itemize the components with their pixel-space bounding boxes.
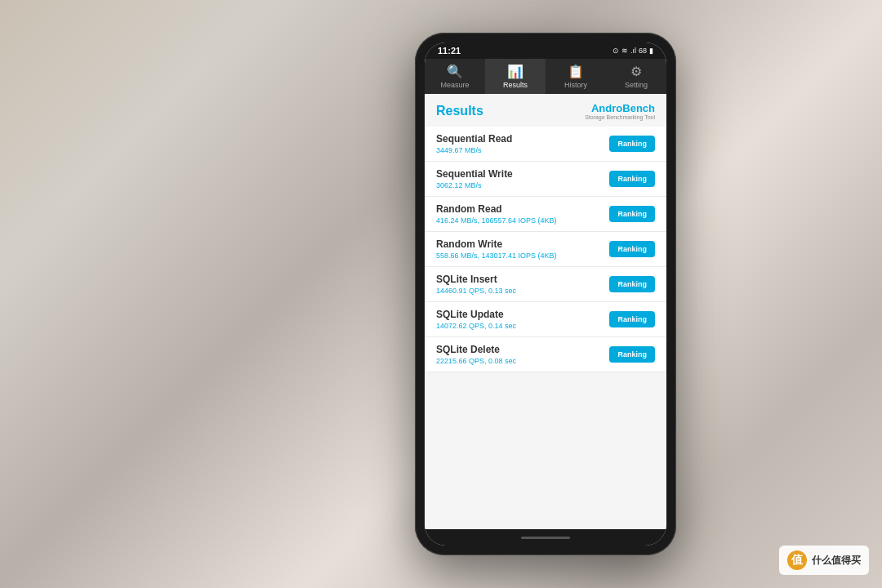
ranking-button-sequential-write[interactable]: Ranking [609,171,655,187]
bench-value: 3062.12 MB/s [436,181,603,189]
bench-info-sqlite-delete: SQLite Delete 22215.66 QPS, 0.08 sec [436,344,603,365]
bench-name: Random Write [436,238,603,250]
bench-name: Sequential Read [436,133,603,145]
ranking-button-sqlite-delete[interactable]: Ranking [609,346,655,363]
bench-info-sqlite-insert: SQLite Insert 14460.91 QPS, 0.13 sec [436,274,603,295]
status-signal-icon: ⊙ [612,47,619,55]
bench-info-sequential-read: Sequential Read 3449.67 MB/s [436,133,603,154]
tab-results-label: Results [503,81,528,89]
tab-setting[interactable]: ⚙ Setting [606,59,666,94]
watermark-text: 什么值得买 [812,554,861,568]
bench-row-random-write: Random Write 558.66 MB/s, 143017.41 IOPS… [425,232,666,267]
bench-row-sqlite-insert: SQLite Insert 14460.91 QPS, 0.13 sec Ran… [425,267,666,302]
bench-name: Random Read [436,203,603,215]
bench-value: 558.66 MB/s, 143017.41 IOPS (4KB) [436,252,603,260]
watermark: 值 什么值得买 [779,546,869,575]
tab-results[interactable]: 📊 Results [485,59,546,94]
bench-info-random-write: Random Write 558.66 MB/s, 143017.41 IOPS… [436,238,603,260]
ranking-button-sqlite-update[interactable]: Ranking [609,311,655,327]
androbench-logo: AndroBench Storage Benchmarking Tool [585,102,655,120]
logo-bench: Bench [622,102,655,114]
phone-screen: 11:21 ⊙ ≋ .ıl 68 ▮ 🔍 Measure 📊 Results [425,42,666,546]
bench-value: 14460.91 QPS, 0.13 sec [436,287,603,295]
bench-value: 3449.67 MB/s [436,146,603,154]
status-battery: 68 [639,47,647,55]
ranking-button-random-write[interactable]: Ranking [609,241,655,257]
logo-andro: Andro [591,102,622,114]
ranking-button-random-read[interactable]: Ranking [609,206,655,222]
bench-row-sequential-write: Sequential Write 3062.12 MB/s Ranking [425,162,666,197]
status-battery-icon: ▮ [649,47,653,55]
bench-info-sequential-write: Sequential Write 3062.12 MB/s [436,168,603,189]
watermark-icon: 值 [787,550,807,570]
ranking-button-sequential-read[interactable]: Ranking [609,136,655,152]
bench-row-random-read: Random Read 416.24 MB/s, 106557.64 IOPS … [425,197,666,232]
bench-name: SQLite Update [436,309,603,320]
bench-name: SQLite Delete [436,344,603,355]
results-title: Results [436,104,483,118]
bench-value: 22215.66 QPS, 0.08 sec [436,357,603,365]
bench-row-sequential-read: Sequential Read 3449.67 MB/s Ranking [425,127,666,162]
home-bar [425,529,666,546]
status-time: 11:21 [438,46,461,56]
tab-history-label: History [564,81,587,89]
status-wifi-icon: ≋ [621,47,628,55]
history-icon: 📋 [568,65,584,78]
logo-sub: Storage Benchmarking Tool [585,114,655,120]
results-icon: 📊 [507,65,523,78]
status-network-icon: .ıl [630,47,636,55]
ranking-button-sqlite-insert[interactable]: Ranking [609,276,655,292]
tab-setting-label: Setting [625,81,648,89]
bench-info-random-read: Random Read 416.24 MB/s, 106557.64 IOPS … [436,203,603,225]
tab-measure-label: Measure [440,81,469,89]
home-bar-line [521,537,570,539]
content-area: Results AndroBench Storage Benchmarking … [425,94,666,529]
phone-container: 11:21 ⊙ ≋ .ıl 68 ▮ 🔍 Measure 📊 Results [415,33,676,555]
measure-icon: 🔍 [447,65,463,78]
benchmark-list: Sequential Read 3449.67 MB/s Ranking Seq… [425,127,666,372]
phone-frame: 11:21 ⊙ ≋ .ıl 68 ▮ 🔍 Measure 📊 Results [415,33,676,555]
logo-text: AndroBench [591,102,655,114]
status-icons: ⊙ ≋ .ıl 68 ▮ [612,47,653,55]
nav-tabs: 🔍 Measure 📊 Results 📋 History ⚙ Setting [425,59,666,94]
bench-name: SQLite Insert [436,274,603,285]
setting-icon: ⚙ [630,65,642,78]
bench-value: 416.24 MB/s, 106557.64 IOPS (4KB) [436,216,603,225]
status-bar: 11:21 ⊙ ≋ .ıl 68 ▮ [425,42,666,59]
bench-name: Sequential Write [436,168,603,180]
tab-history[interactable]: 📋 History [546,59,606,94]
bench-row-sqlite-update: SQLite Update 14072.62 QPS, 0.14 sec Ran… [425,302,666,337]
bench-value: 14072.62 QPS, 0.14 sec [436,322,603,330]
results-header: Results AndroBench Storage Benchmarking … [425,94,666,127]
bench-info-sqlite-update: SQLite Update 14072.62 QPS, 0.14 sec [436,309,603,330]
bench-row-sqlite-delete: SQLite Delete 22215.66 QPS, 0.08 sec Ran… [425,337,666,372]
tab-measure[interactable]: 🔍 Measure [425,59,485,94]
